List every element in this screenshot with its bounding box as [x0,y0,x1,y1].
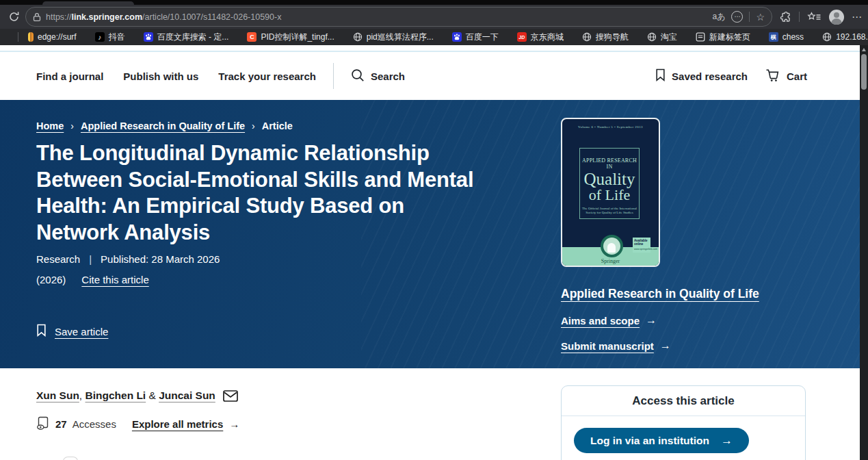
cart-icon [765,68,780,84]
breadcrumb-journal[interactable]: Applied Research in Quality of Life [81,120,245,131]
author-link[interactable]: Juncai Sun [159,389,215,402]
csdn-icon: C [247,32,257,42]
cover-subtitle-line: Society for Quality of Life Studies [580,211,639,215]
new-tab-icon [696,32,705,42]
article-type: Research [36,253,80,265]
bookmark-label: edge://surf [38,32,77,42]
reload-icon[interactable] [8,11,20,23]
explore-all-metrics-link[interactable]: Explore all metrics [132,418,223,430]
journal-title-link[interactable]: Applied Research in Quality of Life [561,287,759,301]
login-via-institution-button[interactable]: Log in via an institution → [574,428,749,453]
globe-icon [353,32,363,42]
save-article-label[interactable]: Save article [55,326,108,337]
arrow-right-icon: → [721,434,733,448]
saved-research-button[interactable]: Saved research [655,68,748,84]
journal-cover-image[interactable]: Volume 6 • Number 5 • September 2013 APP… [561,118,660,267]
bookmark-item-baidu[interactable]: 百度一下 [452,31,499,43]
aims-and-scope[interactable]: Aims and scope → [561,314,807,327]
arrow-right-icon: → [229,418,239,430]
journal-panel: Volume 6 • Number 5 • September 2013 APP… [561,118,807,352]
nav-publish-with-us[interactable]: Publish with us [123,71,198,82]
extensions-icon[interactable] [779,11,791,23]
aims-and-scope-link[interactable]: Aims and scope [561,315,640,327]
bookmark-item-baidu-wenku[interactable]: 百度文库搜索 - 定... [144,31,229,43]
partially-visible-element [63,457,78,460]
access-card-body: Log in via an institution → [562,416,805,460]
scrollbar-up-arrow[interactable] [862,48,866,51]
search-icon [351,68,365,84]
cite-this-article-link[interactable]: Cite this article [81,274,148,285]
bookmark-item-surf[interactable]: edge://surf [28,32,77,42]
bookmark-label: 京东商城 [531,31,564,43]
tab-strip [0,0,868,5]
bookmark-item-taobao[interactable]: 淘宝 [647,31,677,43]
url-domain: link.springer.com [72,12,143,22]
springer-logo: Springer [562,258,659,264]
available-online-url: www.springerlink.com [634,248,649,251]
lock-icon[interactable] [33,12,41,22]
article-body-top: Xun Sun , Bingchen Li & Juncai Sun 27 Ac… [0,368,860,460]
search-label: Search [371,71,405,82]
address-bar[interactable]: https://link.springer.com/article/10.100… [25,7,772,27]
favorites-bar-icon[interactable] [807,12,821,23]
explore-all-metrics[interactable]: Explore all metrics → [132,418,239,430]
address-bar-actions: aあ ⋯ ☆ [712,11,765,23]
nav-find-a-journal[interactable]: Find a journal [36,71,103,82]
bookmark-item-newtab[interactable]: 新建标签页 [696,31,750,43]
chevron-right-icon: › [252,120,255,131]
bookmarks-bar: edge://surf ♪ 抖音 百度文库搜索 - 定... C PID控制详解… [0,29,868,45]
url-scheme: https:// [46,12,72,22]
cart-button[interactable]: Cart [765,68,807,84]
favorite-star-icon[interactable]: ☆ [756,12,765,23]
search-button[interactable]: Search [351,68,405,84]
breadcrumb-article: Article [262,120,293,131]
email-author-icon[interactable] [223,390,238,402]
translate-icon[interactable]: aあ [712,11,725,23]
available-online-label: Available online [634,239,648,246]
chevron-right-icon: › [70,120,74,131]
author-separator: & [146,389,159,402]
bookmark-item-sogou[interactable]: 搜狗导航 [582,31,629,43]
bookmark-label: 192.168.9.62 [836,32,868,42]
bookmark-label: 搜狗导航 [596,31,629,43]
author-link[interactable]: Bingchen Li [85,389,146,402]
submit-manuscript-link[interactable]: Submit manuscript [561,340,654,352]
accesses-label: Accesses [73,418,116,430]
more-tools-circle-icon[interactable]: ⋯ [731,11,743,23]
divider: | [89,253,92,265]
submit-manuscript[interactable]: Submit manuscript → [561,340,807,352]
saved-research-label: Saved research [672,71,748,82]
chess-icon: 棋 [769,32,778,42]
bookmark-item-ip[interactable]: 192.168.9.62 [822,32,868,42]
bookmark-icon [655,68,666,84]
header-right: Saved research Cart [655,68,807,84]
bookmark-item-chess[interactable]: 棋 chess [769,32,804,42]
scrollbar-thumb[interactable] [861,54,867,90]
bookmark-item-douyin[interactable]: ♪ 抖音 [95,31,125,43]
page-top-strip [0,45,860,51]
bookmark-label: 抖音 [109,31,125,43]
jd-icon: JD [517,32,527,42]
url-text[interactable]: https://link.springer.com/article/10.100… [46,12,707,22]
page-scrollbar[interactable] [860,45,868,460]
cover-kicker: APPLIED RESEARCH IN [580,157,639,170]
bookmark-label: 百度文库搜索 - 定... [157,31,229,43]
bookmark-item-jd[interactable]: JD 京东商城 [517,31,564,43]
nav-track-your-research[interactable]: Track your research [218,71,316,82]
bookmark-label: 淘宝 [661,31,677,43]
bookmark-item-csdn[interactable]: C PID控制详解_tingf... [247,31,334,43]
bookmark-item-pid[interactable]: pid巡线算法程序... [353,31,434,43]
accesses-count: 27 [55,418,67,430]
author-link[interactable]: Xun Sun [36,389,79,402]
profile-avatar[interactable] [829,10,844,25]
baidu-icon [452,32,462,42]
login-button-label: Log in via an institution [590,435,709,447]
cover-volume-line: Volume 6 • Number 5 • September 2013 [562,125,659,129]
cover-title-bottom: of Life [580,188,639,203]
breadcrumb-home[interactable]: Home [36,120,64,131]
settings-menu-icon[interactable]: ⋯ [852,11,863,23]
header-nav: Find a journal Publish with us Track you… [36,71,316,82]
access-card-title: Access this article [562,386,805,416]
divider [749,12,750,22]
bookmark-label: 百度一下 [466,31,499,43]
